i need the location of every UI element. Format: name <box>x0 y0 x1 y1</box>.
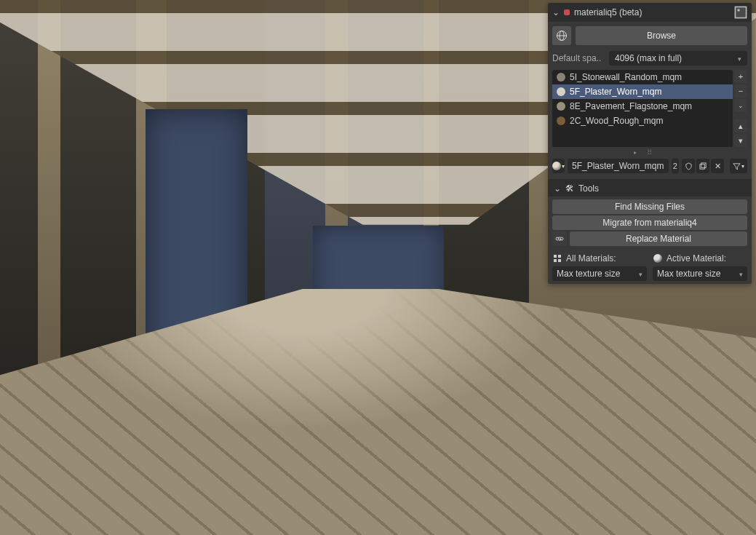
material-swatch-icon <box>557 102 565 111</box>
chevron-down-icon: ▾ <box>741 163 744 170</box>
resolution-value: 4096 (max in full) <box>615 53 682 63</box>
active-material-name-field[interactable]: 5F_Plaster_Worn_mqm <box>568 159 669 173</box>
material-name: 5F_Plaster_Worn_mqm <box>570 87 662 97</box>
material-move-up-button[interactable]: ▴ <box>734 119 747 132</box>
list-resize-handle[interactable]: ▸ ⠿ ▸ <box>548 150 752 157</box>
material-name: 2C_Wood_Rough_mqm <box>570 116 664 126</box>
migrate-button[interactable]: Migrate from materialiq4 <box>552 215 747 230</box>
chevron-down-icon <box>639 269 642 279</box>
svg-rect-1 <box>738 9 740 12</box>
svg-rect-10 <box>558 255 561 258</box>
material-name: 5I_Stonewall_Random_mqm <box>570 72 682 82</box>
material-list-item[interactable]: 5F_Plaster_Worn_mqm <box>552 84 733 99</box>
material-swatch-icon <box>557 116 565 125</box>
material-users-count[interactable]: 2 <box>672 159 680 173</box>
material-name: 8E_Pavement_Flagstone_mqm <box>570 101 692 111</box>
grid-icon <box>552 253 562 263</box>
svg-rect-6 <box>699 164 704 168</box>
tools-title: Tools <box>578 183 599 194</box>
browse-button-label: Browse <box>647 31 676 41</box>
chevron-down-icon <box>739 269 743 279</box>
shield-icon <box>685 162 693 170</box>
addon-icon <box>564 9 570 15</box>
resolution-dropdown[interactable]: 4096 (max in full) <box>609 51 747 66</box>
panel-header: ⌄ materialiq5 (beta) <box>548 3 752 22</box>
material-preview-icon <box>552 162 561 170</box>
material-move-down-button[interactable]: ▾ <box>734 134 747 147</box>
material-list-item[interactable]: 8E_Pavement_Flagstone_mqm <box>552 99 733 114</box>
default-space-label: Default spa.. <box>552 53 606 63</box>
svg-rect-5 <box>701 162 705 167</box>
material-browse-button[interactable]: ▾ <box>552 159 565 173</box>
panel-title: materialiq5 (beta) <box>574 7 642 17</box>
all-materials-label: All Materials: <box>566 253 616 263</box>
chevron-down-icon: ▾ <box>562 163 565 170</box>
replace-material-button[interactable]: Replace Material <box>570 231 747 246</box>
link-icon <box>555 234 564 243</box>
wrench-icon: 🛠 <box>565 183 574 194</box>
tools-subpanel-header[interactable]: ⌄ 🛠 Tools <box>548 179 752 197</box>
browse-icon-button[interactable] <box>552 26 571 45</box>
drag-dots-icon: ⠿ <box>647 148 653 156</box>
panel-options-button[interactable] <box>734 6 747 19</box>
link-toggle-button[interactable] <box>552 231 567 246</box>
close-icon: ✕ <box>715 162 721 171</box>
chevron-down-icon <box>738 53 741 63</box>
material-sphere-icon <box>653 253 663 263</box>
material-swatch-icon <box>557 87 565 96</box>
globe-icon <box>556 30 568 41</box>
unlink-material-button[interactable]: ✕ <box>711 159 724 173</box>
material-remove-button[interactable]: − <box>734 84 747 98</box>
material-menu-button[interactable]: ⌄ <box>734 99 747 112</box>
material-swatch-icon <box>557 73 565 82</box>
active-material-name: 5F_Plaster_Worn_mqm <box>572 161 664 171</box>
new-material-button[interactable] <box>696 159 709 173</box>
active-material-label: Active Material: <box>667 253 726 263</box>
expand-tri-icon: ▸ <box>634 149 637 156</box>
filter-icon <box>733 162 741 170</box>
fake-user-toggle[interactable] <box>682 159 695 173</box>
browse-button[interactable]: Browse <box>576 26 747 45</box>
material-list-item[interactable]: 5I_Stonewall_Random_mqm <box>552 70 733 84</box>
floor-geometry <box>0 289 756 535</box>
svg-rect-12 <box>558 259 561 262</box>
panel-collapse-toggle[interactable]: ⌄ <box>552 7 560 17</box>
material-add-button[interactable]: + <box>734 70 747 83</box>
material-list-item[interactable]: 2C_Wood_Rough_mqm <box>552 114 733 128</box>
chevron-down-icon: ⌄ <box>738 102 744 109</box>
svg-rect-11 <box>554 259 557 262</box>
materialiq-panel: ⌄ materialiq5 (beta) Browse Default spa.… <box>548 3 752 284</box>
material-list[interactable]: 5I_Stonewall_Random_mqm 5F_Plaster_Worn_… <box>552 70 733 147</box>
tools-collapse-toggle[interactable]: ⌄ <box>554 183 561 194</box>
duplicate-icon <box>699 162 707 170</box>
active-max-texture-dropdown[interactable]: Max texture size <box>653 266 747 281</box>
svg-rect-9 <box>554 255 557 258</box>
svg-rect-0 <box>736 7 747 18</box>
all-max-texture-dropdown[interactable]: Max texture size <box>552 266 647 281</box>
find-missing-files-button[interactable]: Find Missing Files <box>552 199 747 214</box>
material-filter-button[interactable]: ▾ <box>730 159 747 173</box>
